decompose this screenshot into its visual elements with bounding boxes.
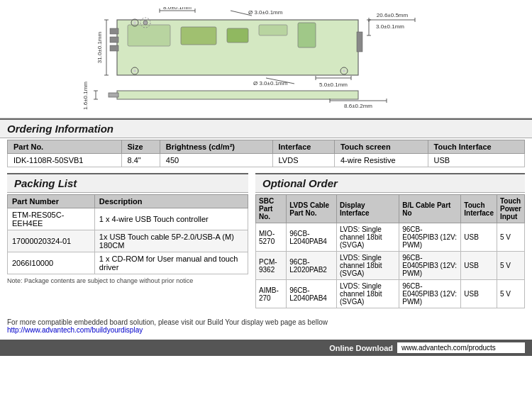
packing-row: 2066I100001 x CD-ROM for User manual and… [8,252,248,274]
footer-section: For more compatible embedded board solut… [0,314,532,335]
optional-row: PCM-936296CB-L2020PAB2LVDS: Single chann… [256,252,525,280]
footer-url[interactable]: http://www.advantech.com/buildyourdispla… [7,326,143,334]
optional-cell: 5 V [497,280,524,308]
ordering-cell: 450 [160,154,272,167]
ordering-row: IDK-1108R-50SVB18.4"450LVDS4-wire Resist… [8,154,525,167]
optional-cell: 96CB-E0405PIB3 (12V: PWM) [399,252,461,280]
ordering-cell: 8.4" [121,154,160,167]
packing-section: Packing List Part Number Description ETM… [7,173,248,308]
packing-table: Part Number Description ETM-RES05C-EEH4E… [7,194,248,274]
svg-rect-3 [227,28,248,43]
col-size: Size [121,140,160,154]
svg-text:31.0±0.1mm: 31.0±0.1mm [96,31,103,63]
svg-text:20.6±0.5mm: 20.6±0.5mm [377,12,409,18]
footer-text: For more compatible embedded board solut… [7,318,525,326]
packing-header: Packing List [7,173,248,193]
optional-cell: 96CB-E0405PIB3 (12V: PWM) [399,280,461,308]
opt-col-power: TouchPowerInput [497,195,524,223]
packing-note: Note: Package contents are subject to ch… [7,277,248,284]
ordering-title: Ordering Information [7,123,525,135]
product-diagram: 8.0±0.1mm Ø 3.0±0.1mm 31.0±0.1mm 3.0±0.1… [18,7,514,112]
diagram-area: 8.0±0.1mm Ø 3.0±0.1mm 31.0±0.1mm 3.0±0.1… [0,0,532,118]
svg-rect-7 [110,37,118,43]
svg-point-13 [343,69,345,72]
packing-title: Packing List [14,177,241,189]
optional-cell: LVDS: Single channel 18bit (SVGA) [337,223,399,252]
packing-col-part: Part Number [8,195,95,208]
svg-rect-9 [357,32,362,52]
packing-header-row: Part Number Description [8,195,248,208]
optional-section: Optional Order SBCPart No. LVDS CablePar… [255,173,525,308]
opt-col-bl: B/L Cable PartNo [399,195,461,223]
svg-text:5.0±0.1mm: 5.0±0.1mm [319,82,348,88]
optional-cell: 96CB-L2020PAB2 [287,252,337,280]
svg-text:Ø 3.0±0.1mm: Ø 3.0±0.1mm [253,80,288,86]
optional-row: MIO-527096CB-L2040PAB4LVDS: Single chann… [256,223,525,252]
col-brightness: Brightness (cd/m²) [160,140,272,154]
packing-cell: 1x USB Touch cable 5P-2.0/USB-A (M) 180C… [94,230,248,252]
col-touchscreen: Touch screen [334,140,428,154]
packing-cell: 1 x CD-ROM for User manual and touch dri… [94,252,248,274]
top-view: 8.0±0.1mm Ø 3.0±0.1mm 31.0±0.1mm 3.0±0.1… [96,7,415,88]
online-download-bar: Online Download www.advantech.com/produc… [0,340,532,356]
ordering-cell: 4-wire Resistive [334,154,428,167]
svg-point-17 [143,21,148,25]
optional-cell: PCM-9362 [256,252,287,280]
optional-cell: LVDS: Single channel 18bit (SVGA) [337,252,399,280]
opt-col-display: DisplayInterface [337,195,399,223]
packing-cell: ETM-RES05C-EEH4EE [8,208,95,230]
optional-header-row: SBCPart No. LVDS CablePart No. DisplayIn… [256,195,525,223]
svg-rect-4 [259,25,287,35]
col-partno: Part No. [8,140,122,154]
svg-rect-43 [109,93,118,97]
optional-cell: 96CB-L2040PAB4 [287,223,337,252]
ordering-header-row: Part No. Size Brightness (cd/m²) Interfa… [8,140,525,154]
ordering-cell: USB [428,154,524,167]
packing-cell: 1 x 4-wire USB Touch controller [94,208,248,230]
optional-cell: USB [461,223,497,252]
opt-col-sbc: SBCPart No. [256,195,287,223]
opt-col-lvds: LVDS CablePart No. [287,195,337,223]
packing-col-desc: Description [94,195,248,208]
svg-point-15 [133,69,136,72]
optional-cell: USB [461,252,497,280]
online-download-label: Online Download [329,344,393,352]
optional-cell: LVDS: Single channel 18bit (SVGA) [337,280,399,308]
svg-text:Ø 3.0±0.1mm: Ø 3.0±0.1mm [248,9,283,16]
optional-title: Optional Order [262,177,518,189]
optional-header: Optional Order [255,173,525,193]
svg-rect-5 [298,23,316,48]
ordering-table: Part No. Size Brightness (cd/m²) Interfa… [7,140,525,167]
optional-cell: AIMB-270 [256,280,287,308]
optional-cell: 5 V [497,223,524,252]
optional-cell: 5 V [497,252,524,280]
optional-cell: USB [461,280,497,308]
opt-col-touch: TouchInterface [461,195,497,223]
ordering-header: Ordering Information [0,118,532,138]
bottom-layout: Packing List Part Number Description ETM… [0,173,532,314]
ordering-cell: IDK-1108R-50SVB1 [8,154,122,167]
svg-text:3.0±0.1mm: 3.0±0.1mm [376,23,404,30]
packing-row: 17000020324-011x USB Touch cable 5P-2.0/… [8,230,248,252]
col-interface: Interface [272,140,334,154]
svg-rect-2 [181,27,216,45]
optional-row: AIMB-27096CB-L2040PAB4LVDS: Single chann… [256,280,525,308]
optional-cell: 96CB-L2040PAB4 [287,280,337,308]
packing-cell: 2066I10000 [8,252,95,274]
packing-cell: 17000020324-01 [8,230,95,252]
svg-text:8.6±0.2mm: 8.6±0.2mm [344,103,372,109]
svg-text:1.6±0.1mm: 1.6±0.1mm [82,82,89,110]
optional-cell: MIO-5270 [256,223,287,252]
ordering-cell: LVDS [272,154,334,167]
svg-rect-1 [128,25,170,46]
svg-point-11 [133,21,136,24]
online-download-url: www.advantech.com/products [397,342,525,353]
svg-rect-8 [110,45,118,51]
packing-row: ETM-RES05C-EEH4EE1 x 4-wire USB Touch co… [8,208,248,230]
svg-rect-42 [117,91,358,99]
svg-text:8.0±0.1mm: 8.0±0.1mm [163,7,192,11]
col-touchinterface: Touch Interface [428,140,524,154]
optional-cell: 96CB-E0405PIB3 (12V: PWM) [399,223,461,252]
ordering-section: Ordering Information Part No. Size Brigh… [0,118,532,173]
svg-rect-6 [110,28,118,34]
